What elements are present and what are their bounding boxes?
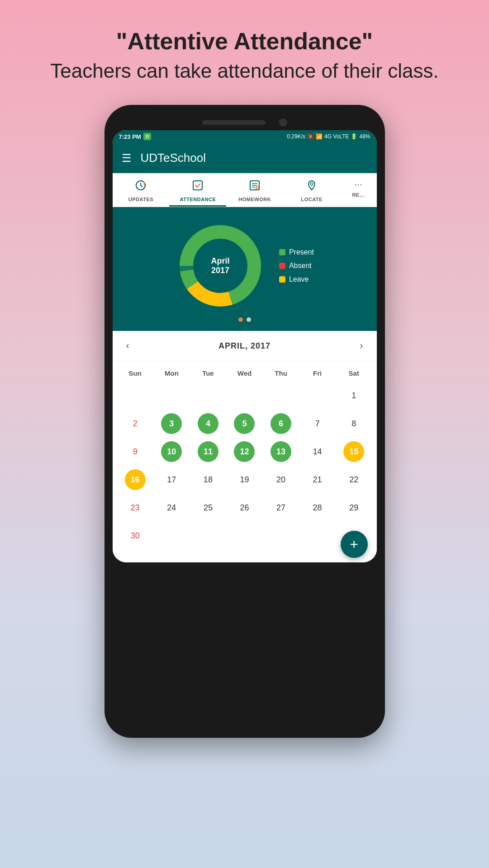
calendar-day[interactable]: 10	[153, 439, 190, 465]
status-time: 7:23 PM ☆	[119, 133, 151, 140]
phone-speaker	[202, 120, 266, 125]
tab-homework[interactable]: HOMEWORK	[226, 173, 283, 207]
calendar-day[interactable]: 12	[226, 439, 263, 465]
nav-tabs: UPDATES ATTENDANCE	[113, 173, 377, 207]
calendar-day[interactable]: 22	[336, 467, 372, 493]
hamburger-icon[interactable]: ☰	[122, 152, 132, 165]
calendar-day[interactable]: 15	[336, 439, 372, 465]
calendar-day[interactable]	[190, 523, 227, 549]
calendar-day[interactable]	[226, 523, 263, 549]
calendar-day[interactable]: 11	[190, 439, 227, 465]
calendar-nav: ‹ APRIL, 2017 ›	[113, 331, 377, 361]
calendar-day[interactable]	[153, 382, 190, 409]
calendar-day[interactable]	[190, 382, 227, 409]
status-icon: ☆	[143, 133, 151, 140]
calendar-day[interactable]: 27	[263, 495, 299, 521]
cal-header-tue: Tue	[190, 367, 227, 380]
calendar-day[interactable]: 17	[153, 467, 190, 493]
calendar-day[interactable]: 20	[263, 467, 299, 493]
calendar-day[interactable]: 18	[190, 467, 227, 493]
calendar-next-button[interactable]: ›	[355, 338, 367, 354]
more-icon: ⋯	[354, 179, 362, 189]
chart-section: April 2017 Present Absent	[113, 207, 377, 331]
calendar-day[interactable]: 3	[153, 410, 190, 437]
svg-point-7	[310, 183, 313, 185]
fab-area: +	[113, 558, 377, 562]
legend-leave-dot	[279, 276, 285, 283]
calendar-day[interactable]	[153, 523, 190, 549]
cal-header-thu: Thu	[263, 367, 299, 380]
phone-notch	[113, 118, 377, 127]
calendar-day[interactable]: 24	[153, 495, 190, 521]
chart-container: April 2017 Present Absent	[122, 221, 368, 311]
app-header: ☰ UDTeSchool	[113, 143, 377, 173]
legend-absent: Absent	[279, 262, 314, 270]
status-right: 0.29K/s 🔕 📶 4G VoLTE 🔋 48%	[287, 133, 370, 140]
chart-dot-2[interactable]	[247, 317, 251, 322]
calendar-day[interactable]	[299, 523, 336, 549]
calendar-day[interactable]	[263, 523, 299, 549]
legend-present-dot	[279, 249, 285, 255]
tab-updates[interactable]: UPDATES	[113, 173, 170, 207]
calendar-section: ‹ APRIL, 2017 › Sun Mon Tue Wed Thu Fri …	[113, 331, 377, 558]
calendar-day[interactable]	[299, 382, 336, 409]
tab-homework-label: HOMEWORK	[238, 197, 271, 202]
fab-add-button[interactable]: +	[341, 531, 368, 558]
calendar-day[interactable]	[117, 382, 154, 409]
tab-more-label: RE…	[352, 192, 365, 198]
calendar-day[interactable]: 7	[299, 410, 336, 437]
tab-updates-label: UPDATES	[128, 197, 153, 202]
legend-absent-dot	[279, 263, 285, 269]
app-title: UDTeSchool	[141, 151, 206, 165]
homework-icon	[249, 179, 261, 194]
attendance-icon	[192, 179, 204, 194]
calendar-day[interactable]	[263, 382, 299, 409]
donut-chart: April 2017	[175, 221, 266, 311]
calendar-day[interactable]: 4	[190, 410, 227, 437]
cal-header-wed: Wed	[226, 367, 263, 380]
calendar-month-title: APRIL, 2017	[218, 341, 271, 351]
phone-screen: 7:23 PM ☆ 0.29K/s 🔕 📶 4G VoLTE 🔋 48% ☰ U…	[113, 130, 377, 562]
tab-locate[interactable]: LOCATE	[283, 173, 340, 207]
subheadline: Teachers can take attendance of their cl…	[50, 60, 439, 82]
calendar-day[interactable]: 16	[117, 467, 154, 493]
chart-dot-1[interactable]	[238, 317, 243, 322]
calendar-day[interactable]: 13	[263, 439, 299, 465]
calendar-day[interactable]: 5	[226, 410, 263, 437]
calendar-day[interactable]: 19	[226, 467, 263, 493]
calendar-day[interactable]: 8	[336, 410, 372, 437]
svg-rect-1	[193, 181, 202, 190]
donut-center: April 2017	[211, 256, 229, 275]
page-title-section: "Attentive Attendance" Teachers can take…	[50, 27, 439, 82]
status-bar: 7:23 PM ☆ 0.29K/s 🔕 📶 4G VoLTE 🔋 48%	[113, 130, 377, 143]
calendar-prev-button[interactable]: ‹	[122, 338, 134, 354]
phone-frame: 7:23 PM ☆ 0.29K/s 🔕 📶 4G VoLTE 🔋 48% ☰ U…	[104, 105, 385, 738]
phone-camera	[279, 118, 287, 127]
calendar-day[interactable]: 28	[299, 495, 336, 521]
calendar-header-row: Sun Mon Tue Wed Thu Fri Sat	[117, 364, 372, 382]
legend-present: Present	[279, 248, 314, 256]
tab-attendance-label: ATTENDANCE	[180, 197, 216, 202]
tab-more[interactable]: ⋯ RE…	[340, 173, 376, 207]
cal-header-sat: Sat	[336, 367, 372, 380]
calendar-day[interactable]: 23	[117, 495, 154, 521]
cal-header-fri: Fri	[299, 367, 336, 380]
calendar-day[interactable]: 30	[117, 523, 154, 549]
legend-leave: Leave	[279, 275, 314, 283]
calendar-day[interactable]: 21	[299, 467, 336, 493]
cal-header-sun: Sun	[117, 367, 154, 380]
calendar-day[interactable]: 25	[190, 495, 227, 521]
calendar-day[interactable]: 29	[336, 495, 372, 521]
calendar-day[interactable]: 26	[226, 495, 263, 521]
updates-icon	[135, 179, 147, 194]
headline: "Attentive Attendance"	[50, 27, 439, 55]
cal-header-mon: Mon	[153, 367, 190, 380]
calendar-day[interactable]: 2	[117, 410, 154, 437]
calendar-day[interactable]	[226, 382, 263, 409]
calendar-day[interactable]: 6	[263, 410, 299, 437]
calendar-day[interactable]: 9	[117, 439, 154, 465]
tab-attendance[interactable]: ATTENDANCE	[169, 173, 226, 207]
chart-pagination	[122, 317, 368, 322]
calendar-day[interactable]: 14	[299, 439, 336, 465]
calendar-day[interactable]: 1	[336, 382, 372, 409]
